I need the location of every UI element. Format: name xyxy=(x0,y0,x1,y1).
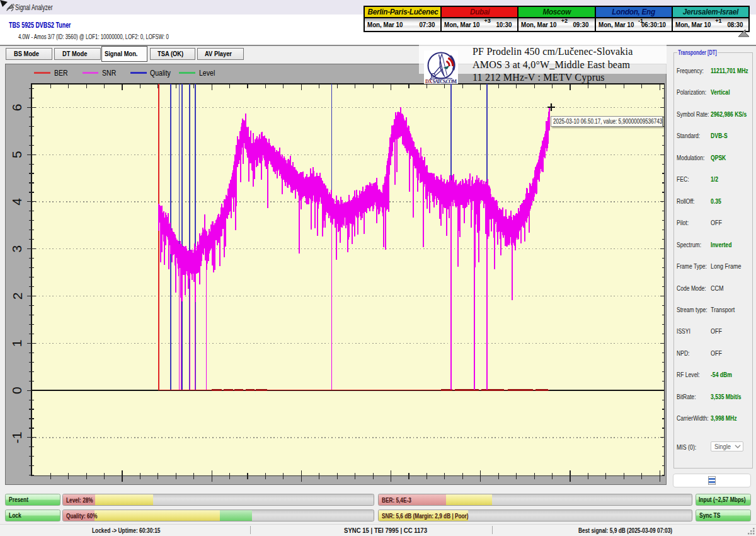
svg-text:Level: Level xyxy=(199,69,215,77)
svg-text:0: 0 xyxy=(10,387,25,394)
svg-text:1: 1 xyxy=(10,339,25,347)
svg-text:4: 4 xyxy=(10,198,25,206)
svg-text:BER: BER xyxy=(54,69,68,77)
svg-text:Quality: Quality xyxy=(150,69,171,77)
svg-text:6: 6 xyxy=(10,103,25,111)
svg-text:3: 3 xyxy=(10,245,25,253)
svg-text:SNR: SNR xyxy=(102,69,116,77)
svg-text:2: 2 xyxy=(10,293,25,300)
svg-text:SATCS.COM: SATCS.COM xyxy=(433,79,457,84)
svg-text:-1: -1 xyxy=(10,432,25,444)
svg-text:DX: DX xyxy=(425,79,432,84)
svg-text:5: 5 xyxy=(10,151,25,158)
